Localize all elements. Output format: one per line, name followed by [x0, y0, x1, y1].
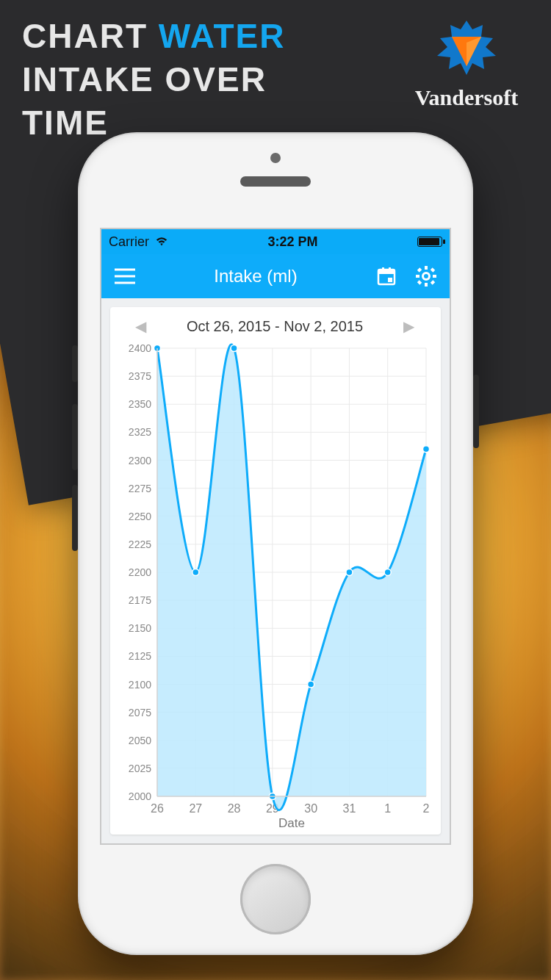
promo-headline: CHART WATER INTAKE OVER TIME: [22, 15, 389, 145]
svg-point-73: [384, 569, 391, 576]
svg-text:2275: 2275: [129, 483, 151, 494]
svg-text:2225: 2225: [129, 538, 151, 550]
carrier-label: Carrier: [109, 234, 149, 250]
phone-frame: Carrier 3:22 PM Intake (ml): [78, 132, 473, 955]
svg-text:Date: Date: [278, 816, 305, 830]
brand-logo-icon: [426, 15, 507, 81]
page-title: Intake (ml): [138, 266, 373, 287]
date-range-label: Oct 26, 2015 - Nov 2, 2015: [187, 318, 363, 335]
promo-word: CHART: [22, 17, 159, 55]
svg-rect-7: [388, 278, 392, 282]
svg-rect-13: [431, 280, 435, 284]
home-button[interactable]: [240, 864, 311, 934]
svg-text:30: 30: [304, 802, 317, 815]
svg-point-68: [192, 569, 199, 576]
svg-point-74: [423, 446, 430, 453]
nav-bar: Intake (ml): [101, 254, 450, 298]
phone-side-button: [473, 375, 479, 448]
phone-camera: [270, 153, 281, 163]
promo-word: TIME: [22, 104, 109, 142]
svg-rect-12: [417, 267, 422, 272]
svg-text:31: 31: [343, 802, 356, 815]
svg-rect-6: [389, 267, 391, 272]
next-range-button[interactable]: ▶: [403, 317, 414, 335]
gear-icon: [415, 265, 437, 287]
svg-text:27: 27: [189, 802, 202, 815]
svg-rect-5: [382, 267, 384, 272]
svg-text:2250: 2250: [129, 511, 151, 522]
svg-text:1: 1: [384, 802, 391, 815]
settings-button[interactable]: [413, 263, 439, 289]
wifi-icon: [155, 237, 168, 247]
svg-rect-14: [431, 267, 435, 272]
phone-side-button: [72, 404, 78, 470]
svg-text:2175: 2175: [129, 594, 151, 606]
svg-text:2100: 2100: [129, 679, 151, 691]
svg-text:2400: 2400: [129, 342, 151, 354]
brand-block: Vandersoft: [404, 15, 529, 110]
svg-text:2300: 2300: [129, 455, 151, 466]
hamburger-icon: [115, 268, 135, 284]
calendar-icon: [376, 266, 397, 287]
phone-side-button: [72, 345, 78, 382]
content-area: ◀ Oct 26, 2015 - Nov 2, 2015 ▶ 200020252…: [101, 298, 450, 843]
svg-text:2050: 2050: [129, 735, 151, 746]
date-range-row: ◀ Oct 26, 2015 - Nov 2, 2015 ▶: [116, 317, 433, 342]
svg-text:2350: 2350: [129, 398, 151, 410]
calendar-button[interactable]: [373, 263, 400, 289]
svg-point-71: [308, 681, 314, 688]
svg-text:2200: 2200: [129, 566, 151, 578]
svg-text:2375: 2375: [129, 370, 151, 382]
status-time: 3:22 PM: [267, 234, 317, 250]
menu-button[interactable]: [112, 263, 138, 289]
svg-text:2: 2: [423, 802, 430, 815]
svg-text:2025: 2025: [129, 763, 151, 774]
svg-text:28: 28: [228, 802, 241, 815]
svg-text:26: 26: [151, 802, 164, 815]
intake-chart[interactable]: 2000202520502075210021252150217522002225…: [116, 342, 433, 832]
battery-icon: [417, 237, 442, 247]
svg-point-72: [346, 569, 353, 576]
svg-point-69: [231, 345, 237, 352]
phone-screen: Carrier 3:22 PM Intake (ml): [100, 228, 451, 845]
svg-text:2000: 2000: [129, 790, 151, 802]
status-bar: Carrier 3:22 PM: [101, 229, 450, 254]
promo-stage: CHART WATER INTAKE OVER TIME Vandersoft …: [0, 0, 551, 980]
phone-side-button: [72, 485, 78, 551]
svg-rect-11: [433, 275, 436, 278]
svg-rect-4: [378, 270, 395, 274]
svg-text:2325: 2325: [129, 426, 151, 438]
svg-text:2075: 2075: [129, 707, 151, 718]
chart-card: ◀ Oct 26, 2015 - Nov 2, 2015 ▶ 200020252…: [110, 307, 441, 835]
svg-text:2150: 2150: [129, 622, 151, 634]
brand-name: Vandersoft: [404, 85, 529, 110]
svg-rect-8: [425, 266, 428, 270]
prev-range-button[interactable]: ◀: [135, 317, 146, 335]
promo-word-highlight: WATER: [159, 17, 286, 55]
svg-rect-9: [425, 283, 428, 287]
svg-rect-10: [416, 275, 419, 278]
svg-rect-15: [417, 280, 422, 284]
svg-text:2125: 2125: [129, 650, 151, 662]
promo-word: INTAKE OVER: [22, 60, 267, 98]
